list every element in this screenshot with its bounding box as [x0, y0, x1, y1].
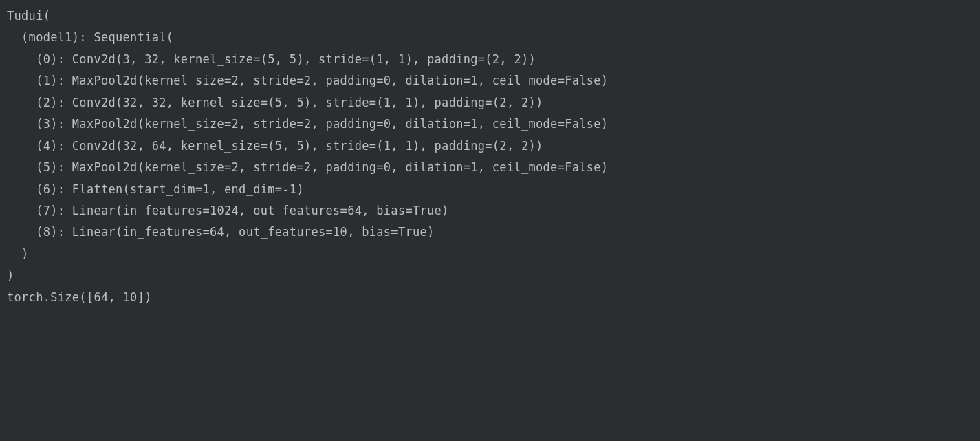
output-line: (model1): Sequential(: [7, 27, 973, 48]
console-output: Tudui( (model1): Sequential( (0): Conv2d…: [0, 0, 980, 314]
output-line: (0): Conv2d(3, 32, kernel_size=(5, 5), s…: [7, 49, 973, 70]
output-line: (5): MaxPool2d(kernel_size=2, stride=2, …: [7, 157, 973, 178]
output-line: (6): Flatten(start_dim=1, end_dim=-1): [7, 179, 973, 200]
output-line: torch.Size([64, 10]): [7, 287, 973, 308]
output-line: (4): Conv2d(32, 64, kernel_size=(5, 5), …: [7, 136, 973, 157]
output-line: ): [7, 244, 973, 265]
output-line: ): [7, 265, 973, 286]
output-line: (1): MaxPool2d(kernel_size=2, stride=2, …: [7, 70, 973, 92]
output-line: (3): MaxPool2d(kernel_size=2, stride=2, …: [7, 114, 973, 135]
output-line: (8): Linear(in_features=64, out_features…: [7, 222, 973, 243]
output-line: Tudui(: [7, 6, 973, 27]
output-line: (7): Linear(in_features=1024, out_featur…: [7, 200, 973, 222]
output-line: (2): Conv2d(32, 32, kernel_size=(5, 5), …: [7, 92, 973, 114]
